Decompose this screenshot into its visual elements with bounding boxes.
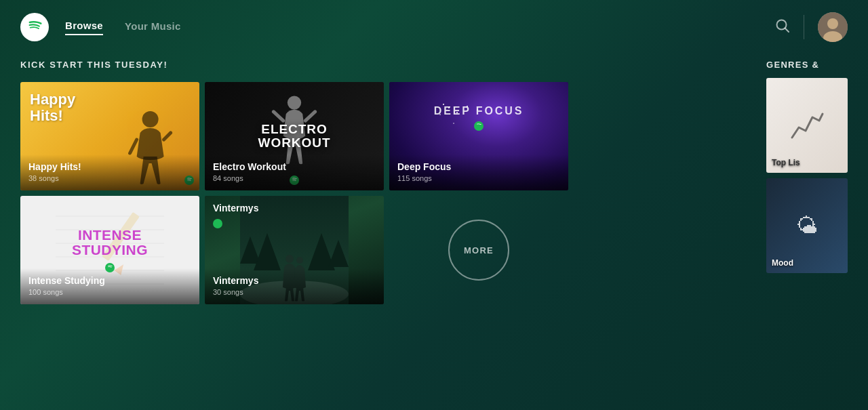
vintermys-overlay: Vintermys 30 songs: [205, 268, 384, 304]
deep-focus-title: Deep Focus: [397, 161, 560, 173]
svg-line-2: [785, 28, 789, 33]
happy-hits-subtitle: 38 songs: [28, 174, 191, 182]
search-button[interactable]: [775, 18, 790, 36]
header-right: [775, 12, 848, 42]
svg-point-14: [474, 121, 484, 131]
svg-point-4: [827, 18, 838, 29]
tab-browse[interactable]: Browse: [65, 20, 103, 35]
electro-workout-overlay: Electro Workout 84 songs: [205, 155, 384, 190]
playlist-grid: HappyHits!: [20, 82, 753, 304]
tab-your-music[interactable]: Your Music: [125, 20, 181, 35]
svg-point-10: [288, 96, 301, 109]
playlist-card-intense-studying[interactable]: INTENSESTUDYiNG Intense Studying 100 son…: [20, 196, 199, 304]
svg-point-6: [142, 111, 158, 127]
browse-section: KICK START THIS TUESDAY! HappyHits!: [20, 60, 760, 304]
svg-line-12: [305, 112, 315, 121]
sidebar-top-lists-label: Top Lis: [772, 158, 800, 167]
more-circle: MORE: [448, 220, 509, 281]
deep-focus-spotify-icon: [474, 121, 484, 131]
section-title: KICK START THIS TUESDAY!: [20, 60, 760, 70]
svg-point-26: [285, 255, 294, 263]
search-icon: [775, 18, 790, 33]
playlist-card-vintermys[interactable]: Vintermys Vintermys 30 songs: [205, 196, 384, 304]
user-avatar[interactable]: [818, 12, 848, 42]
sidebar-card-top-lists[interactable]: Top Lis: [766, 78, 848, 173]
intense-studying-display: INTENSESTUDYiNG: [72, 228, 148, 258]
nav-tabs: Browse Your Music: [65, 20, 181, 35]
svg-point-27: [296, 257, 303, 264]
happy-hits-title: Happy Hits!: [28, 161, 191, 173]
more-label: MORE: [464, 245, 494, 255]
playlist-card-happy-hits[interactable]: HappyHits!: [20, 82, 199, 190]
chart-icon: [789, 107, 826, 144]
empty-slot: [574, 82, 753, 190]
sidebar-card-mood[interactable]: 🌤 Mood: [766, 178, 848, 273]
vintermys-spotify-icon: [213, 219, 222, 228]
intense-spotify-icon: [105, 263, 115, 272]
sidebar-mood-label: Mood: [772, 258, 793, 268]
happy-hits-display-text: HappyHits!: [30, 91, 75, 124]
playlist-card-electro-workout[interactable]: ELECTROWORKOUT Electro Workout 84 songs: [205, 82, 384, 190]
more-button[interactable]: MORE: [389, 196, 568, 304]
deep-focus-subtitle: 115 songs: [397, 174, 560, 182]
header-divider: [804, 15, 804, 39]
vintermys-display-label: Vintermys: [213, 203, 258, 213]
header: Browse Your Music: [0, 0, 868, 54]
vintermys-subtitle: 30 songs: [213, 288, 376, 296]
svg-line-8: [163, 133, 170, 140]
deep-focus-overlay: Deep Focus 115 songs: [389, 155, 568, 190]
spotify-logo[interactable]: [20, 13, 49, 41]
empty-slot-2: [574, 196, 753, 304]
vintermys-title: Vintermys: [213, 275, 376, 287]
svg-line-7: [130, 140, 136, 153]
svg-line-11: [273, 112, 283, 121]
right-sidebar: GENRES & Top Lis 🌤 Mood: [760, 60, 848, 304]
sun-icon: 🌤: [796, 213, 818, 239]
playlist-card-deep-focus[interactable]: DEEP FOCUS Deep Focus 115 songs: [389, 82, 568, 190]
happy-hits-overlay: Happy Hits! 38 songs: [20, 155, 199, 190]
electro-workout-subtitle: 84 songs: [213, 174, 376, 182]
svg-point-28: [213, 219, 222, 228]
sidebar-title: GENRES &: [766, 60, 848, 70]
svg-point-23: [105, 263, 115, 272]
electro-workout-title: Electro Workout: [213, 161, 376, 173]
main-content: KICK START THIS TUESDAY! HappyHits!: [0, 54, 868, 304]
